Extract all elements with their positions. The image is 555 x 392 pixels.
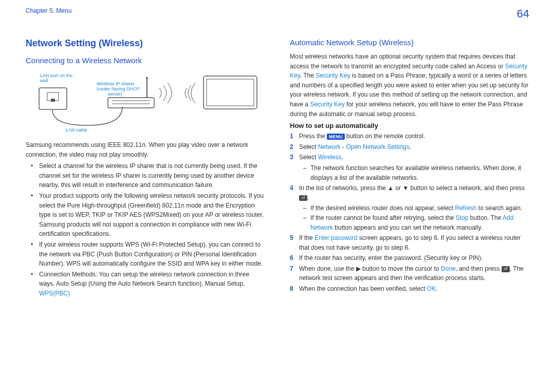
- step-item: When done, use the ▶ button to move the …: [290, 264, 529, 283]
- menu-button-icon: MENU: [327, 134, 345, 140]
- subsection-title: Automatic Network Setup (Wireless): [290, 38, 529, 47]
- enter-password-term: Enter password: [314, 234, 357, 241]
- left-column: Network Setting (Wireless) Connecting to…: [26, 38, 265, 300]
- svg-rect-9: [207, 79, 254, 106]
- step-item: Select Network - Open Network Settings.: [290, 142, 529, 152]
- step-item: Press the MENU button on the remote cont…: [290, 132, 529, 141]
- text: When done, use the ▶ button to move the …: [299, 265, 441, 272]
- page-header: Chapter 5. Menu 64: [26, 7, 529, 21]
- step-item: Select Wireless. The network function se…: [290, 153, 529, 182]
- svg-point-7: [146, 77, 148, 79]
- text: In the list of networks, press the ▲ or …: [299, 184, 525, 192]
- ok-term: OK: [427, 285, 436, 292]
- step-item: If the Enter password screen appears, go…: [290, 233, 529, 252]
- text: .: [410, 143, 411, 151]
- text: .: [436, 285, 437, 292]
- text: If the desired wireless router does not …: [310, 204, 455, 212]
- text: Select: [299, 143, 318, 151]
- text: .: [342, 154, 343, 161]
- svg-rect-8: [203, 76, 257, 109]
- chapter-label: Chapter 5. Menu: [26, 7, 71, 14]
- text: . The: [300, 72, 316, 79]
- text: to search again.: [477, 204, 523, 212]
- text: button appears and you can set the netwo…: [333, 224, 483, 231]
- intro-paragraph: Samsung recommends using IEEE 802.11n. W…: [26, 140, 265, 159]
- text: Select: [299, 154, 318, 161]
- intro-paragraph: Most wireless networks have an optional …: [290, 52, 529, 119]
- note-item: If your wireless router supports WPS (Wi…: [34, 240, 265, 269]
- diagram-lan-port-label: LAN port on thewall: [40, 73, 72, 83]
- security-key-term: Security Key: [310, 101, 344, 108]
- diagram-ip-sharer-label: Wireless IP sharer(router having DHCPser…: [97, 81, 140, 97]
- note-item: Connection Methods: You can setup the wi…: [34, 270, 265, 298]
- howto-title: How to set up automatically: [290, 122, 529, 129]
- refresh-term: Refresh: [455, 204, 477, 212]
- text: If the router cannot be found after retr…: [310, 214, 456, 221]
- svg-rect-2: [51, 99, 55, 102]
- content-columns: Network Setting (Wireless) Connecting to…: [26, 38, 529, 300]
- text: Most wireless networks have an optional …: [290, 53, 515, 70]
- text: , and then press: [456, 265, 502, 272]
- right-column: Automatic Network Setup (Wireless) Most …: [290, 38, 529, 300]
- text: When the connection has been verified, s…: [299, 285, 427, 292]
- note-item: Your product supports only the following…: [34, 191, 265, 239]
- connection-diagram: LAN port on thewall LAN cable Wireless I…: [26, 70, 265, 133]
- stop-term: Stop: [456, 214, 469, 221]
- text: button on the remote control.: [345, 133, 425, 140]
- section-title: Network Setting (Wireless): [26, 38, 265, 49]
- text: .: [307, 194, 309, 201]
- sub-list: If the desired wireless router does not …: [299, 203, 529, 232]
- step-item: If the router has security, enter the pa…: [290, 253, 529, 263]
- security-key-term: Security Key: [316, 72, 350, 79]
- sub-item: The network function searches for availa…: [305, 163, 529, 182]
- text: button. The: [469, 214, 503, 221]
- subsection-title: Connecting to a Wireless Network: [26, 56, 265, 65]
- step-item: When the connection has been verified, s…: [290, 284, 529, 294]
- enter-button-icon: ⏎: [299, 195, 307, 201]
- open-network-settings-term: Open Network Settings: [346, 143, 409, 151]
- text: -: [341, 143, 346, 151]
- step-item: In the list of networks, press the ▲ or …: [290, 183, 529, 232]
- sub-item: If the desired wireless router does not …: [305, 203, 529, 213]
- steps-list: Press the MENU button on the remote cont…: [290, 132, 529, 294]
- note-text: Connection Methods: You can setup the wi…: [39, 271, 249, 288]
- network-term: Network: [318, 143, 341, 151]
- notes-list: Select a channel for the wireless IP sha…: [26, 161, 265, 298]
- svg-rect-3: [108, 98, 154, 108]
- wireless-term: Wireless: [318, 154, 342, 161]
- wps-pbc-link: WPS(PBC): [39, 290, 70, 297]
- diagram-lan-cable-label: LAN cable: [66, 127, 87, 132]
- page-number: 64: [517, 7, 529, 21]
- sub-item: If the router cannot be found after retr…: [305, 213, 529, 232]
- done-term: Done: [441, 265, 456, 272]
- note-item: Select a channel for the wireless IP sha…: [34, 161, 265, 190]
- enter-button-icon: ⏎: [502, 266, 510, 272]
- sub-list: The network function searches for availa…: [299, 163, 529, 182]
- page: Chapter 5. Menu 64 Network Setting (Wire…: [0, 0, 555, 315]
- text: Press the: [299, 133, 327, 140]
- text: If the: [299, 234, 314, 241]
